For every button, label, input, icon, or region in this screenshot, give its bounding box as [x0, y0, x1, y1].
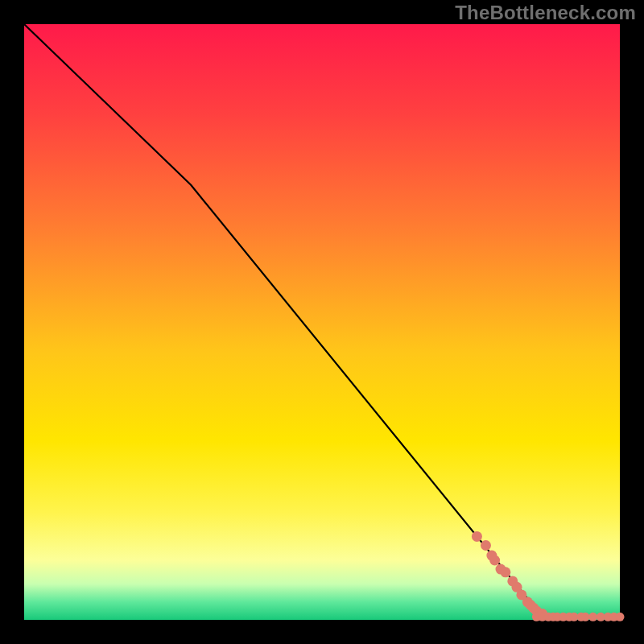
chart-svg: [0, 0, 644, 644]
data-point: [489, 555, 500, 566]
data-point: [588, 613, 597, 621]
scatter-bottom: [532, 613, 625, 621]
data-point: [481, 540, 491, 551]
chart-container: TheBottleneck.com: [0, 0, 644, 644]
data-point: [472, 531, 482, 542]
plot-background: [24, 24, 620, 620]
watermark-text: TheBottleneck.com: [455, 2, 636, 24]
data-point: [581, 613, 590, 621]
data-point: [500, 567, 510, 577]
data-point: [616, 613, 625, 621]
